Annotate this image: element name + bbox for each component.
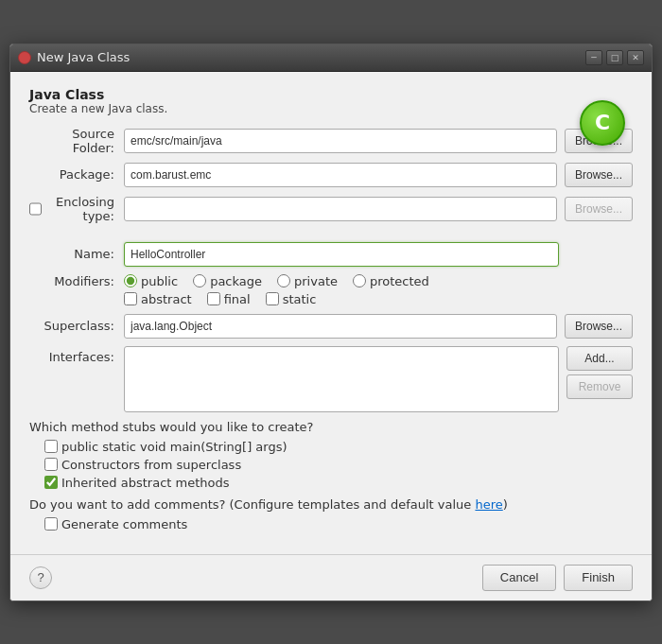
generate-comments-checkbox[interactable] [44,517,58,531]
help-button[interactable]: ? [29,566,52,589]
comments-link[interactable]: here [475,497,502,512]
source-folder-row: Source Folder: Browse... [29,127,633,155]
titlebar-left: New Java Class [18,50,130,64]
section-subtitle: Create a new Java class. [29,102,633,115]
enclosing-row: Enclosing type: Browse... [29,195,633,223]
final-checkbox[interactable] [207,292,220,305]
final-text: final [224,292,251,306]
package-radio[interactable] [193,274,206,287]
name-input[interactable] [124,242,559,267]
private-radio-label[interactable]: private [277,274,338,288]
add-interface-button[interactable]: Add... [566,346,633,371]
constructor-stub-checkbox[interactable] [44,458,58,471]
enclosing-text: Enclosing type: [45,195,114,223]
package-row: Package: Browse... [29,163,633,187]
close-button[interactable]: ✕ [627,50,644,65]
main-content: C Java Class Create a new Java class. So… [10,72,652,547]
protected-radio-text: protected [370,274,429,288]
constructor-stub-label[interactable]: Constructors from superclass [44,458,633,472]
stubs-section: Which method stubs would you like to cre… [29,420,633,490]
divider1 [29,231,633,242]
source-folder-label: Source Folder: [29,127,124,155]
private-radio[interactable] [277,274,290,287]
main-stub-text: public static void main(String[] args) [61,440,287,454]
name-row: Name: [29,242,633,267]
maximize-button[interactable]: □ [606,50,623,65]
superclass-browse[interactable]: Browse... [565,314,633,339]
logo: C [580,100,625,146]
modifiers-label: Modifiers: [29,274,124,288]
enclosing-input[interactable] [124,197,557,221]
visibility-radio-group: public package private protected [124,274,429,288]
comments-title-suffix: ) [503,497,508,512]
package-browse[interactable]: Browse... [565,163,633,187]
inherited-stub-label[interactable]: Inherited abstract methods [44,476,633,490]
titlebar-controls: ─ □ ✕ [585,50,644,65]
enclosing-browse[interactable]: Browse... [565,197,633,221]
enclosing-label: Enclosing type: [29,195,124,223]
cancel-button[interactable]: Cancel [482,565,556,591]
section-header: Java Class Create a new Java class. [29,87,633,115]
main-stub-label[interactable]: public static void main(String[] args) [44,440,633,454]
name-label: Name: [29,247,124,261]
package-radio-text: package [210,274,262,288]
public-radio[interactable] [124,274,137,287]
generate-comments-label[interactable]: Generate comments [44,517,633,531]
protected-radio[interactable] [353,274,366,287]
enclosing-checkbox[interactable] [29,202,42,216]
window-icon [18,51,31,64]
abstract-check-label[interactable]: abstract [124,292,192,306]
public-radio-label[interactable]: public [124,274,178,288]
superclass-label: Superclass: [29,319,124,333]
interfaces-box [124,346,559,412]
modifier-check-group: abstract final static [124,292,633,306]
static-checkbox[interactable] [266,292,279,305]
interfaces-buttons: Add... Remove [566,346,633,399]
static-check-label[interactable]: static [266,292,317,306]
constructor-stub-text: Constructors from superclass [61,458,241,472]
dialog-window: New Java Class ─ □ ✕ C Java Class Create… [9,44,653,601]
comments-title-prefix: Do you want to add comments? (Configure … [29,497,475,512]
stubs-items: public static void main(String[] args) C… [44,440,633,490]
finish-button[interactable]: Finish [564,565,633,591]
superclass-input[interactable] [124,314,557,339]
abstract-text: abstract [141,292,192,306]
minimize-button[interactable]: ─ [585,50,602,65]
stubs-title: Which method stubs would you like to cre… [29,420,633,434]
inherited-stub-checkbox[interactable] [44,476,58,489]
remove-interface-button[interactable]: Remove [566,374,633,399]
logo-circle: C [580,100,625,146]
comments-items: Generate comments [44,517,633,531]
footer: ? Cancel Finish [10,554,652,600]
enclosing-checkbox-label: Enclosing type: [29,195,114,223]
comments-title: Do you want to add comments? (Configure … [29,497,633,512]
comments-section: Do you want to add comments? (Configure … [29,497,633,531]
modifiers-row: Modifiers: public package private protec… [29,274,633,288]
titlebar: New Java Class ─ □ ✕ [10,44,652,72]
public-radio-text: public [141,274,178,288]
static-text: static [283,292,317,306]
package-input[interactable] [124,163,557,187]
protected-radio-label[interactable]: protected [353,274,429,288]
generate-comments-text: Generate comments [61,517,187,531]
private-radio-text: private [294,274,338,288]
abstract-checkbox[interactable] [124,292,137,305]
interfaces-row: Interfaces: Add... Remove [29,346,633,412]
package-label: Package: [29,167,124,182]
superclass-row: Superclass: Browse... [29,314,633,339]
package-radio-label[interactable]: package [193,274,262,288]
source-folder-input[interactable] [124,129,557,153]
footer-buttons: Cancel Finish [482,565,633,591]
inherited-stub-text: Inherited abstract methods [61,476,230,490]
titlebar-title: New Java Class [37,50,130,64]
final-check-label[interactable]: final [207,292,251,306]
main-stub-checkbox[interactable] [44,440,58,453]
section-title: Java Class [29,87,633,102]
logo-letter: C [595,111,610,134]
interfaces-label: Interfaces: [29,346,124,364]
